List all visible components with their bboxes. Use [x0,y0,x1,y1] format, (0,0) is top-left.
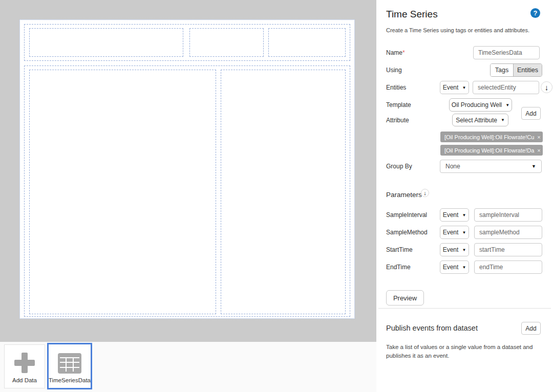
parameters-arrow-icon[interactable]: ↓ [421,189,429,197]
remove-attribute-icon[interactable]: × [534,147,540,154]
dataset-card-timeseriesdata[interactable]: TimeSeriesData [47,343,92,389]
chevron-down-icon: ▼ [505,103,509,107]
param-label: SampleInterval [386,208,427,222]
param-label: SampleMethod [386,226,428,239]
plus-icon [14,353,35,373]
layout-placeholder[interactable] [268,28,346,57]
template-dropdown[interactable]: Oil Producing Well▼ [449,98,512,112]
group-by-select[interactable]: None▼ [440,160,542,173]
required-marker: * [402,49,405,56]
param-value-input[interactable] [474,226,542,239]
help-icon[interactable]: ? [530,8,540,18]
publish-heading: Publish events from dataset [386,324,478,332]
layout-row-top [24,24,350,61]
layout-placeholder[interactable] [29,70,216,314]
param-label: EndTime [386,260,411,274]
attribute-chip: [Oil Producing Well]:Oil Flowrate!Cu× [440,132,543,142]
using-option-entities[interactable]: Entities [513,64,542,76]
using-label: Using [386,63,402,77]
preview-button[interactable]: Preview [386,290,424,306]
add-attribute-button[interactable]: Add [521,107,541,120]
param-source-select[interactable]: Event▼ [440,243,469,256]
param-value-input[interactable] [474,243,542,256]
layout-placeholder[interactable] [29,28,183,57]
name-input[interactable] [473,46,540,59]
panel-subtitle: Create a Time Series using tags or entit… [386,27,529,33]
publish-description: Take a list of values or a single value … [386,343,543,360]
param-source-select[interactable]: Event▼ [440,208,469,222]
section-divider [378,308,551,309]
layout-placeholder[interactable] [189,28,264,57]
dashboard-page [19,19,355,319]
add-data-card[interactable]: Add Data [4,344,45,388]
dataset-bar: Add Data TimeSeriesData [0,341,376,392]
table-icon [58,353,81,374]
chevron-down-icon: ▼ [462,213,466,217]
entities-source-select[interactable]: Event▼ [440,81,469,94]
insert-event-arrow-icon[interactable]: ↓ [541,81,552,93]
add-data-label: Add Data [12,377,37,388]
param-label: StartTime [386,243,413,256]
chevron-down-icon: ▼ [462,265,466,270]
using-toggle: Tags Entities [490,63,542,77]
entities-value-input[interactable] [473,81,539,94]
attribute-label: Attribute [386,114,409,127]
param-value-input[interactable] [474,260,542,274]
app-window: Add Data TimeSeriesData Time Series ? Cr… [0,0,553,392]
time-series-panel: Time Series ? Create a Time Series using… [376,0,553,392]
chevron-down-icon: ▼ [462,248,466,252]
using-option-tags[interactable]: Tags [491,64,513,76]
publish-add-button[interactable]: Add [521,322,541,335]
param-source-select[interactable]: Event▼ [440,226,469,239]
chevron-down-icon: ▼ [462,230,466,235]
dataset-name-label: TimeSeriesData [49,377,91,388]
template-label: Template [386,98,411,112]
entities-label: Entities [386,81,406,94]
chevron-down-icon: ▼ [501,118,505,122]
panel-title: Time Series [386,9,438,20]
param-value-input[interactable] [474,208,542,222]
param-source-select[interactable]: Event▼ [440,260,469,274]
chevron-down-icon: ▼ [531,164,536,169]
remove-attribute-icon[interactable]: × [534,134,540,140]
attribute-dropdown[interactable]: Select Attribute▼ [452,114,508,126]
name-label: Name* [386,46,405,59]
layout-row-main [24,66,350,317]
layout-placeholder[interactable] [221,70,346,314]
group-by-label: Group By [386,160,412,173]
chevron-down-icon: ▼ [462,85,466,90]
parameters-heading: Parameters [386,191,422,199]
design-canvas [0,0,376,341]
attribute-chip: [Oil Producing Well]:Oil Flowrate!Da× [440,145,543,156]
